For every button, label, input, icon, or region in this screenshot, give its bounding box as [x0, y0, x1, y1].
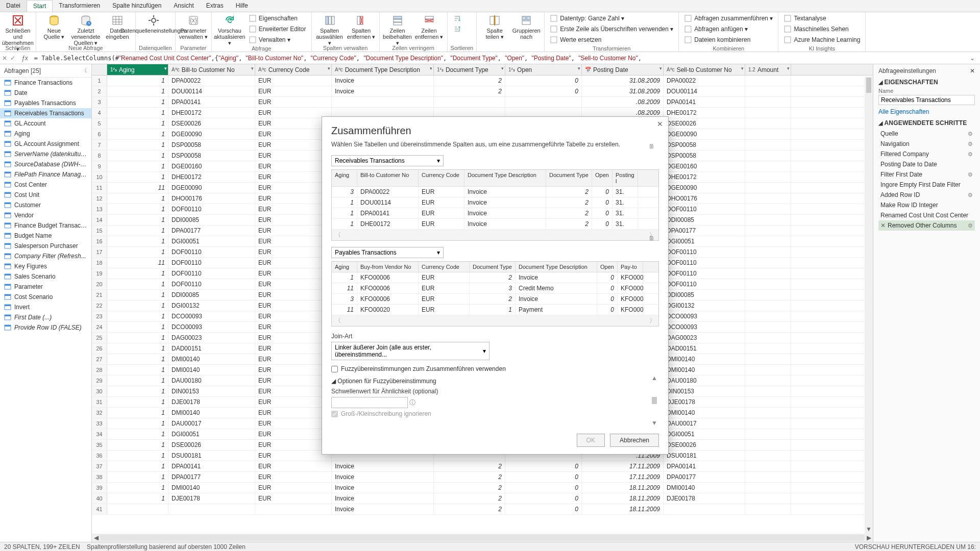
fuzzy-options-expander[interactable]: ◢ Optionen für Fuzzyübereinstimmung — [331, 378, 650, 385]
table-row[interactable]: 11DPA00022EURInvoice2031.08.2009DPA00022 — [92, 76, 873, 86]
scroll-right-icon[interactable]: 〉 — [649, 316, 655, 325]
filter-dropdown-icon[interactable]: ▾ — [501, 66, 504, 71]
grid-h-scrollbar[interactable]: ◀▶ — [92, 534, 873, 542]
query-item[interactable]: Cost Center — [0, 180, 91, 190]
query-item[interactable]: Provide Row ID (FALSE) — [0, 322, 91, 333]
group-by-button[interactable]: Gruppierennach — [511, 13, 541, 44]
dialog-scroll-down-icon[interactable]: ▼ — [651, 419, 657, 427]
text-analytics-button[interactable]: Textanalyse — [781, 13, 862, 23]
filter-dropdown-icon[interactable]: ▾ — [251, 66, 254, 71]
dialog-col-header[interactable]: Currency Code — [419, 170, 464, 186]
query-item[interactable]: Customer — [0, 200, 91, 210]
sort-asc-button[interactable] — [451, 13, 463, 23]
applied-step[interactable]: Navigation⚙ — [878, 139, 975, 149]
dialog-row[interactable]: 1DOU00114EURInvoice2031. — [332, 197, 658, 208]
dialog-row[interactable]: 11KFO00006EUR3Credit Memo0KFO000 — [332, 283, 658, 294]
scroll-left-icon[interactable]: 〈 — [335, 231, 341, 239]
filter-dropdown-icon[interactable]: ▾ — [164, 66, 167, 71]
column-header[interactable]: 1.2Amount▾ — [745, 64, 791, 75]
applied-step[interactable]: Added Row ID⚙ — [878, 190, 975, 200]
ds-settings-button[interactable]: Datenquelleneinstellungen — [139, 13, 168, 44]
applied-step[interactable]: Filter First Date⚙ — [878, 169, 975, 180]
dialog-row[interactable]: 1DPA00141EURInvoice2031. — [332, 208, 658, 219]
query-item[interactable]: ServerName (datenkultur... — [0, 149, 91, 159]
scroll-left-icon[interactable]: 〈 — [335, 316, 341, 325]
dialog-col-header[interactable]: Open — [597, 262, 618, 272]
datatype-button[interactable]: Datentyp: Ganze Zahl ▾ — [548, 13, 675, 23]
remove-cols-button[interactable]: Spaltenentfernen ▾ — [347, 13, 376, 44]
dialog-col-header[interactable]: Posting l — [612, 170, 638, 186]
query-item[interactable]: Company Filter (Refresh... — [0, 251, 91, 261]
filter-dropdown-icon[interactable]: ▾ — [659, 66, 662, 71]
threshold-input[interactable] — [331, 397, 408, 408]
table-preview-icon-2[interactable]: 🗎 — [649, 235, 659, 245]
table-row[interactable]: 401DJE00178EURInvoice2018.11.2009DJE0017… — [92, 493, 873, 504]
join-kind-select[interactable]: Linker äußerer Join (alle aus erster, üb… — [331, 342, 489, 360]
filter-dropdown-icon[interactable]: ▾ — [328, 66, 330, 71]
queries-collapse-icon[interactable]: 〈 — [81, 66, 87, 75]
applied-step[interactable]: Make Row ID Integer — [878, 200, 975, 210]
replace-values-button[interactable]: Werte ersetzen — [548, 35, 675, 45]
query-item[interactable]: Salesperson Purchaser — [0, 241, 91, 251]
query-item[interactable]: Aging — [0, 129, 91, 139]
table-row[interactable]: 381DPA00177EURInvoice2017.11.2009DPA0017… — [92, 472, 873, 483]
dialog-row[interactable]: 3DPA00022EURInvoice2031. — [332, 187, 658, 197]
column-header[interactable]: AᴮcDocument Type Description▾ — [332, 64, 434, 75]
gear-icon[interactable]: ⚙ — [968, 171, 973, 178]
fuzzy-match-checkbox[interactable]: Fuzzyübereinstimmungen zum Zusammenführe… — [331, 365, 659, 372]
formula-cancel-icon[interactable]: ✕ — [2, 55, 7, 62]
filter-dropdown-icon[interactable]: ▾ — [741, 66, 744, 71]
menu-tab-start[interactable]: Start — [27, 0, 53, 12]
merge-queries-button[interactable]: Abfragen zusammenführen ▾ — [682, 13, 775, 23]
filter-dropdown-icon[interactable]: ▾ — [787, 66, 790, 71]
dialog-col-header[interactable]: Document Type Description — [464, 170, 546, 186]
all-properties-link[interactable]: Alle Eigenschaften — [878, 108, 929, 115]
query-item[interactable]: Budget Name — [0, 231, 91, 241]
dialog-col-header[interactable]: Document Type — [470, 262, 516, 272]
query-item[interactable]: SourceDatabase (DWH-D... — [0, 159, 91, 169]
dialog-col-header[interactable]: Pay-to — [618, 262, 643, 272]
dialog-col-header[interactable]: Buy-from Vendor No — [357, 262, 419, 272]
query-item[interactable]: GL Account Assignment — [0, 139, 91, 149]
query-item[interactable]: Vendor — [0, 210, 91, 220]
menu-tab-extras[interactable]: Extras — [200, 0, 230, 12]
close-apply-button[interactable]: Schließen undübernehmen ▾ — [3, 13, 33, 44]
remove-rows-button[interactable]: Zeilenentfernen ▾ — [414, 13, 444, 44]
ignore-case-checkbox[interactable]: Groß-/Kleinschreibung ignorieren — [331, 410, 650, 417]
applied-step[interactable]: ✕Removed Other Columns⚙ — [878, 220, 975, 231]
query-item[interactable]: Invert — [0, 302, 91, 312]
menu-tab-view[interactable]: Ansicht — [167, 0, 200, 12]
formula-accept-icon[interactable]: ✓ — [10, 55, 15, 62]
query-item[interactable]: Cost Scenario — [0, 292, 91, 302]
ok-button[interactable]: OK — [577, 434, 605, 447]
recent-sources-button[interactable]: Zuletzt verwendeteQuellen ▾ — [71, 13, 101, 44]
menu-tab-addcolumn[interactable]: Spalte hinzufügen — [106, 0, 167, 12]
refresh-preview-button[interactable]: Vorschauaktualisieren ▾ — [215, 13, 244, 44]
merge-table2-select[interactable]: Payables Transactions▾ — [331, 247, 444, 258]
table-row[interactable]: 31DPA00141EUR.08.2009DPA00141 — [92, 97, 873, 108]
gear-icon[interactable]: ⚙ — [968, 222, 973, 229]
formula-text[interactable]: = Table.SelectColumns(#"Renamed Cost Uni… — [34, 55, 964, 62]
dialog-col-header[interactable]: Aging — [332, 170, 357, 186]
settings-close-icon[interactable]: ✕ — [970, 67, 975, 74]
merge-table1-preview[interactable]: AgingBill-to Customer NoCurrency CodeDoc… — [331, 169, 659, 241]
query-item[interactable]: GL Account — [0, 118, 91, 129]
query-item[interactable]: FilePath Finance Manage... — [0, 169, 91, 180]
column-header[interactable]: 1²₃Document Type▾ — [434, 64, 505, 75]
query-item[interactable]: Finance Transactions — [0, 78, 91, 88]
column-header[interactable]: AᴮcBill-to Customer No▾ — [168, 64, 255, 75]
table-row[interactable]: 391DMI00140EURInvoice2018.11.2009DMI0014… — [92, 483, 873, 493]
table-row[interactable]: 41Invoice2018.11.2009 — [92, 504, 873, 515]
advanced-editor-button[interactable]: Erweiterter Editor — [247, 24, 308, 34]
query-item[interactable]: Payables Transactions — [0, 98, 91, 108]
manage-params-button[interactable]: {x}Parameterverwalten ▾ — [179, 13, 208, 44]
dialog-col-header[interactable]: Open — [592, 170, 612, 186]
table-preview-icon[interactable]: 🗎 — [649, 143, 659, 153]
filter-dropdown-icon[interactable]: ▾ — [430, 66, 432, 71]
dialog-row[interactable]: 1DHE00172EURInvoice2031. — [332, 219, 658, 230]
gear-icon[interactable]: ⚙ — [968, 192, 973, 198]
gear-icon[interactable]: ⚙ — [968, 151, 973, 158]
dialog-scroll-up-icon[interactable]: ▲ — [651, 374, 657, 382]
query-item[interactable]: Parameter — [0, 282, 91, 292]
split-col-button[interactable]: Spalteteilen ▾ — [480, 13, 509, 44]
